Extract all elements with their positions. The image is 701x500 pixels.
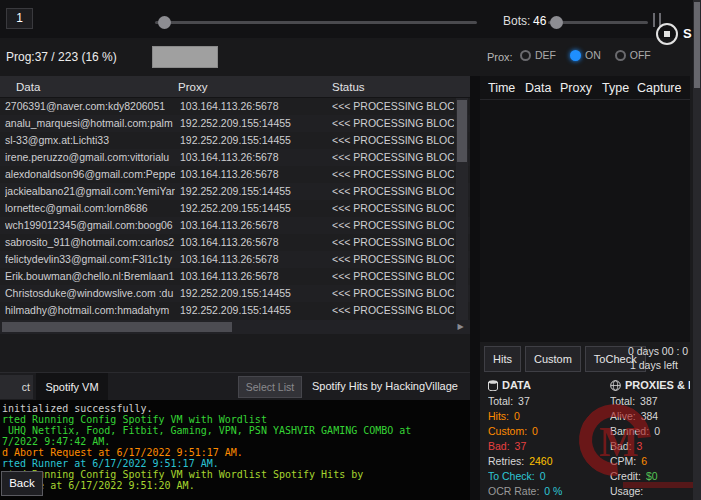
cell-status: <<< PROCESSING BLOCK xyxy=(332,149,454,166)
cell-status: <<< PROCESSING BLOCK xyxy=(332,285,454,302)
top-bar: 1 Bots: 46 xyxy=(0,0,701,38)
cell-data: sl-33@gmx.at:Lichti33 xyxy=(5,132,175,149)
scroll-right-arrow-icon[interactable]: ▶ xyxy=(453,320,468,334)
column-header-status[interactable]: Status xyxy=(332,76,365,98)
cell-data: felictydevlin33@gmail.com:F3l1c1ty xyxy=(5,251,175,268)
cell-data: lornettec@gmail.com:lorn8686 xyxy=(5,200,175,217)
stat-value: 3 xyxy=(637,440,643,452)
cell-proxy: 103.164.113.26:5678 xyxy=(180,268,328,285)
log-line: d Abort Request at 6/17/2022 9:51:17 AM. xyxy=(2,447,470,458)
window-vertical-scrollbar[interactable] xyxy=(693,0,701,500)
data-stats-rows: Total:37Hits:0Custom:0Bad:37Retries:2460… xyxy=(488,394,608,499)
stop-button[interactable] xyxy=(656,23,678,45)
proxies-stats-title-text: PROXIES & PE xyxy=(625,376,690,394)
radio-label: DEF xyxy=(535,49,556,61)
column-header-proxy[interactable]: Proxy xyxy=(560,76,592,100)
scrollbar-thumb[interactable] xyxy=(2,322,232,332)
stat-row: Total:387 xyxy=(610,394,690,409)
timer-line2: 1 days left xyxy=(630,359,690,371)
bots-label: Bots: xyxy=(503,14,530,28)
hits-grid: TimeDataProxyTypeCapture xyxy=(480,76,690,342)
stat-row: To Check:0 xyxy=(488,469,608,484)
cell-status: <<< PROCESSING BLOCK xyxy=(332,217,454,234)
cell-proxy: 192.252.209.155:14455 xyxy=(180,132,328,149)
table-row[interactable]: analu_marquesi@hotmail.com:palm192.252.2… xyxy=(0,115,470,132)
stop-button-label: S xyxy=(683,26,692,41)
cell-status: <<< PROCESSING BLOCK xyxy=(332,251,454,268)
tab-custom[interactable]: Custom xyxy=(525,346,581,372)
table-row[interactable]: jackiealbano21@gmail.com:YemiYar192.252.… xyxy=(0,183,470,200)
database-icon xyxy=(488,380,498,391)
cell-data: irene.peruzzo@gmail.com:vittorialu xyxy=(5,149,175,166)
stat-value: 6 xyxy=(641,455,647,467)
cell-status: <<< PROCESSING BLOCK xyxy=(332,234,454,251)
left-grid-header: DataProxyStatus xyxy=(0,76,470,98)
bots-slider[interactable] xyxy=(548,21,648,24)
cell-data: hilmadhy@hotmail.com:hmadahym xyxy=(5,302,175,319)
column-header-data[interactable]: Data xyxy=(525,76,551,100)
cell-status: <<< PROCESSING BLOCK xyxy=(332,115,454,132)
cell-status: <<< PROCESSING BLOCK xyxy=(332,268,454,285)
table-row[interactable]: 2706391@naver.com:kdy8206051103.164.113.… xyxy=(0,98,470,115)
left-grid-vertical-scrollbar[interactable] xyxy=(456,98,468,320)
column-header-data[interactable]: Data xyxy=(16,76,40,98)
stat-label: Retries: xyxy=(488,455,524,467)
disabled-button[interactable] xyxy=(152,46,218,68)
config-tab-spotify-vm[interactable]: Spotify VM xyxy=(36,373,108,401)
select-list-button[interactable]: Select List xyxy=(238,376,302,398)
table-row[interactable]: lornettec@gmail.com:lorn8686192.252.209.… xyxy=(0,200,470,217)
threads-input[interactable]: 1 xyxy=(6,8,33,29)
stat-label: To Check: xyxy=(488,470,535,482)
table-row[interactable]: sabrosito_911@hotmail.com:carlos2103.164… xyxy=(0,234,470,251)
prox-option-def[interactable]: DEF xyxy=(520,49,556,61)
table-row[interactable]: Erik.bouwman@chello.nl:Bremlaan1103.164.… xyxy=(0,268,470,285)
prox-option-off[interactable]: OFF xyxy=(615,49,651,61)
data-stats-title: DATA xyxy=(488,376,608,394)
table-row[interactable]: alexdonaldson96@gmail.com:Peppe103.164.1… xyxy=(0,166,470,183)
table-row[interactable]: hilmadhy@hotmail.com:hmadahym192.252.209… xyxy=(0,302,470,319)
column-header-capture[interactable]: Capture xyxy=(637,76,689,100)
table-row[interactable]: wch199012345@gmail.com:boog06103.164.113… xyxy=(0,217,470,234)
column-header-proxy[interactable]: Proxy xyxy=(178,76,207,98)
table-row[interactable]: irene.peruzzo@gmail.com:vittorialu103.16… xyxy=(0,149,470,166)
cell-proxy: 192.252.209.155:14455 xyxy=(180,302,328,319)
cell-data: jackiealbano21@gmail.com:YemiYar xyxy=(5,183,175,200)
back-button[interactable]: Back xyxy=(1,471,43,496)
proxies-stats-title: PROXIES & PE xyxy=(610,376,690,394)
main-slider-thumb[interactable] xyxy=(158,16,171,29)
stat-label: OCR Rate: xyxy=(488,485,539,497)
data-grid: DataProxyStatus 2706391@naver.com:kdy820… xyxy=(0,76,470,334)
main-slider[interactable] xyxy=(155,21,477,24)
cell-proxy: 103.164.113.26:5678 xyxy=(180,234,328,251)
table-row[interactable]: felictydevlin33@gmail.com:F3l1c1ty103.16… xyxy=(0,251,470,268)
prox-option-on[interactable]: ON xyxy=(570,49,601,61)
proxies-stats-column: PROXIES & PE Total:387Alive:384Banned:0B… xyxy=(610,376,690,499)
stat-row: Usage: xyxy=(610,484,690,499)
stat-row: Bad:3 xyxy=(610,439,690,454)
stat-value: $0 xyxy=(646,470,658,482)
column-header-type[interactable]: Type xyxy=(602,76,629,100)
cell-data: Erik.bouwman@chello.nl:Bremlaan1 xyxy=(5,268,175,285)
stat-row: Bad:37 xyxy=(488,439,608,454)
stat-row: CPM:6 xyxy=(610,454,690,469)
table-row[interactable]: sl-33@gmx.at:Lichti33192.252.209.155:144… xyxy=(0,132,470,149)
results-tabs-row: HitsCustomToCheck 0 days 00 : 0 1 days l… xyxy=(480,342,690,376)
select-cfg-button[interactable]: ct CFG xyxy=(0,375,33,399)
runner-window: 1 Bots: 46 Prog:37 / 223 (16 %) Prox: DE… xyxy=(0,0,701,500)
scrollbar-thumb[interactable] xyxy=(694,2,700,88)
column-header-time[interactable]: Time xyxy=(488,76,515,100)
cell-status: <<< PROCESSING BLOCK xyxy=(332,166,454,183)
bots-slider-thumb[interactable] xyxy=(550,16,563,29)
cell-status: <<< PROCESSING BLOCK xyxy=(332,302,454,319)
wordlist-name-label: Spotify Hits by HackingVillage xyxy=(312,380,458,392)
log-console: initialized successfully.rted Running Co… xyxy=(0,400,470,500)
table-row[interactable]: Christosduke@windowslive.com :du192.252.… xyxy=(0,285,470,302)
scrollbar-thumb[interactable] xyxy=(457,100,467,162)
timer-line1: 0 days 00 : 0 xyxy=(628,345,690,357)
panel-splitter[interactable] xyxy=(470,76,480,500)
stat-label: Total: xyxy=(610,395,635,407)
left-grid-horizontal-scrollbar[interactable]: ▶ xyxy=(0,320,470,334)
cell-proxy: 103.164.113.26:5678 xyxy=(180,251,328,268)
stat-label: Bad: xyxy=(488,440,510,452)
tab-hits[interactable]: Hits xyxy=(484,346,521,372)
